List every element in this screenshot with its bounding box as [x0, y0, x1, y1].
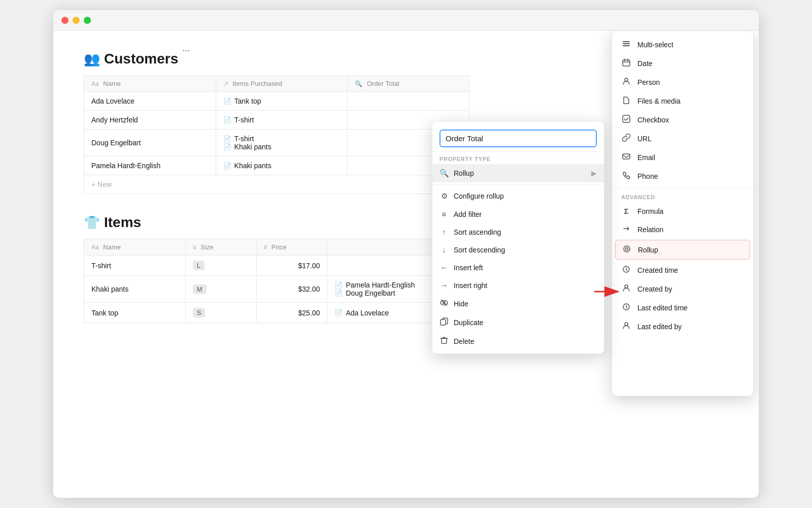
insert-left-label: Insert left	[454, 264, 483, 272]
hide-item[interactable]: Hide	[432, 294, 604, 313]
sort-desc-icon: ↓	[439, 245, 449, 254]
email-icon	[621, 152, 631, 162]
maximize-button[interactable]	[84, 17, 91, 24]
context-menu: PROPERTY TYPE 🔍 Rollup ▶ ⚙ Configure rol…	[432, 121, 604, 354]
created-by-label: Created by	[637, 285, 672, 293]
duplicate-icon	[439, 318, 449, 327]
prop-created-by[interactable]: Created by	[612, 279, 753, 298]
customer-name-cell: Andy Hertzfeld	[84, 111, 216, 130]
prop-last-edited-time[interactable]: Last edited time	[612, 298, 753, 317]
multiselect-icon	[621, 40, 631, 49]
new-row-cell[interactable]: + New	[84, 175, 469, 194]
advanced-divider	[612, 187, 753, 188]
date-icon	[621, 58, 631, 68]
svg-rect-10	[623, 115, 630, 122]
insert-left-item[interactable]: ← Insert left	[432, 259, 604, 276]
relation-label: Relation	[637, 226, 663, 234]
item-name-cell: Khaki pants	[84, 276, 186, 303]
prop-rollup[interactable]: Rollup	[615, 240, 750, 260]
add-filter-label: Add filter	[454, 210, 482, 218]
prop-formula[interactable]: Σ Formula	[612, 202, 753, 220]
sort-descending-item[interactable]: ↓ Sort descending	[432, 241, 604, 259]
items-icon: 👕	[84, 215, 100, 231]
svg-point-13	[626, 248, 628, 250]
hide-icon	[439, 299, 449, 308]
items-col-name[interactable]: Aa Name	[84, 239, 186, 256]
item-size-cell: L	[185, 256, 256, 276]
checkbox-label: Checkbox	[637, 116, 669, 124]
prop-phone[interactable]: Phone	[612, 167, 753, 185]
table-row: Ada Lovelace 📄Tank top	[84, 92, 469, 111]
customer-name-cell: Pamela Hardt-English	[84, 156, 216, 175]
delete-item[interactable]: Delete	[432, 332, 604, 351]
col-name[interactable]: Aa Name	[84, 76, 216, 92]
main-window: 👥 Customers ··· Aa Name ↗ Items Purchase…	[53, 10, 759, 498]
duplicate-item[interactable]: Duplicate	[432, 313, 604, 332]
sort-ascending-item[interactable]: ↑ Sort ascending	[432, 223, 604, 241]
rollup-chevron: ▶	[591, 169, 597, 177]
prop-created-time[interactable]: Created time	[612, 261, 753, 279]
prop-person[interactable]: Person	[612, 73, 753, 91]
sort-asc-icon: ↑	[439, 228, 449, 236]
files-label: Files & media	[637, 97, 681, 105]
configure-rollup-item[interactable]: ⚙ Configure rollup	[432, 187, 604, 205]
sort-descending-label: Sort descending	[454, 246, 505, 254]
prop-relation[interactable]: Relation	[612, 220, 753, 239]
size-icon: ≡	[193, 244, 196, 251]
last-edited-time-label: Last edited time	[637, 304, 688, 312]
svg-rect-8	[623, 60, 630, 66]
configure-rollup-icon: ⚙	[439, 192, 449, 201]
col-items-purchased[interactable]: ↗ Items Purchased	[216, 76, 348, 92]
items-col-size[interactable]: ≡ Size	[185, 239, 256, 256]
prop-email[interactable]: Email	[612, 148, 753, 167]
insert-right-item[interactable]: → Insert right	[432, 276, 604, 294]
items-col-price[interactable]: # Price	[256, 239, 327, 256]
prop-last-edited-by[interactable]: Last edited by	[612, 317, 753, 336]
name-col-label: Name	[103, 80, 121, 87]
prop-date[interactable]: Date	[612, 54, 753, 73]
col-order-total[interactable]: 🔍 Order Total	[348, 76, 469, 92]
phone-icon	[621, 171, 631, 181]
close-button[interactable]	[61, 17, 69, 24]
customers-options-button[interactable]: ···	[182, 46, 190, 56]
created-time-label: Created time	[637, 266, 678, 274]
files-icon	[621, 96, 631, 106]
items-col-label: Items Purchased	[232, 80, 282, 87]
insert-right-icon: →	[439, 281, 449, 290]
table-row: Andy Hertzfeld 📄T-shirt	[84, 111, 469, 130]
table-row: Doug Engelbart 📄T-shirt 📄Khaki pants	[84, 130, 469, 156]
formula-icon: Σ	[621, 207, 631, 215]
add-filter-item[interactable]: ≡ Add filter	[432, 205, 604, 223]
svg-rect-6	[623, 43, 630, 44]
prop-type-rollup[interactable]: 🔍 Rollup ▶	[432, 164, 604, 182]
item-price-cell: $25.00	[256, 303, 327, 323]
svg-point-9	[625, 78, 628, 81]
rollup-icon: 🔍	[439, 169, 449, 178]
date-label: Date	[637, 59, 653, 68]
url-icon	[621, 134, 631, 143]
table-row: T-shirt L $17.00	[84, 256, 469, 276]
prop-url[interactable]: URL	[612, 129, 753, 148]
items-table: Aa Name ≡ Size # Price	[84, 239, 469, 323]
configure-rollup-label: Configure rollup	[454, 192, 504, 200]
prop-multiselect[interactable]: Multi-select	[612, 35, 753, 54]
customer-name-cell: Doug Engelbart	[84, 130, 216, 156]
svg-rect-7	[623, 45, 630, 46]
svg-rect-4	[442, 338, 447, 343]
items-col-icon: ↗	[223, 80, 228, 87]
prop-files[interactable]: Files & media	[612, 91, 753, 110]
multiselect-label: Multi-select	[637, 41, 673, 49]
delete-icon	[439, 336, 449, 346]
order-col-label: Order Total	[367, 80, 399, 87]
advanced-section-label: ADVANCED	[612, 190, 753, 202]
table-row: Tank top S $25.00 📄Ada Lovelace	[84, 303, 469, 323]
minimize-button[interactable]	[73, 17, 80, 24]
table-row: Pamela Hardt-English 📄Khaki pants	[84, 156, 469, 175]
customer-items-cell: 📄T-shirt 📄Khaki pants	[216, 130, 348, 156]
prop-checkbox[interactable]: Checkbox	[612, 110, 753, 129]
svg-rect-11	[623, 154, 630, 159]
customer-order-cell	[348, 92, 469, 111]
new-row[interactable]: + New	[84, 175, 469, 194]
created-time-icon	[621, 265, 631, 275]
column-name-input[interactable]	[439, 130, 597, 147]
